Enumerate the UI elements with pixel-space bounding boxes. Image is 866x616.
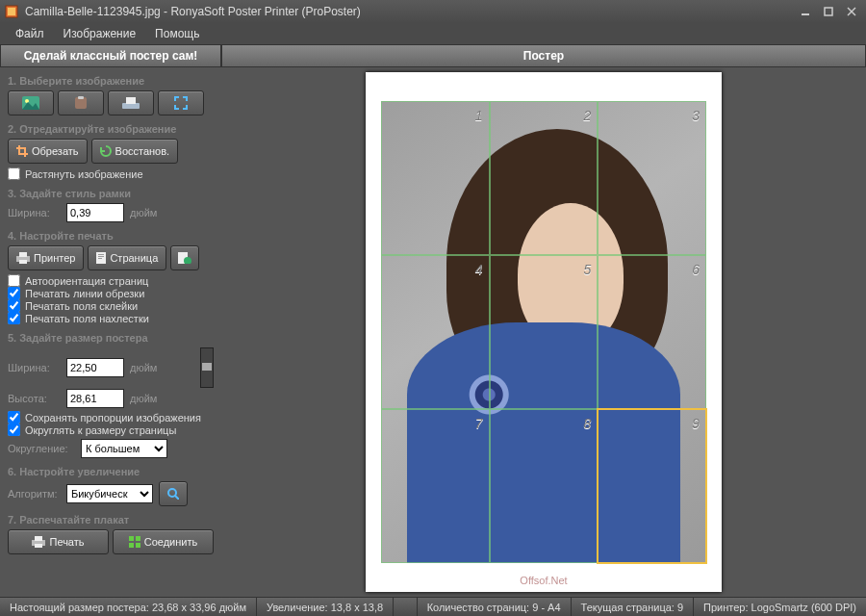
svg-rect-11 (126, 97, 136, 104)
crop-label: Обрезать (32, 145, 79, 157)
round-page-input[interactable] (8, 424, 20, 436)
print-glue-label: Печатать поля склейки (25, 300, 138, 312)
crop-button[interactable]: Обрезать (8, 139, 88, 164)
stretch-checkbox[interactable]: Растянуть изображение (8, 167, 214, 180)
svg-rect-16 (98, 254, 104, 255)
menu-image[interactable]: Изображение (54, 24, 146, 43)
section-4-title: 4. Настройте печать (8, 230, 214, 242)
page-button[interactable]: Страница (88, 245, 166, 270)
poster-canvas[interactable]: 123456789 Offsof.Net (221, 67, 866, 597)
svg-rect-1 (8, 8, 15, 15)
grid-cell-number: 6 (692, 262, 700, 277)
grid-cell-2[interactable]: 2 (490, 101, 599, 255)
print-overlap-checkbox[interactable]: Печатать поля нахлестки (8, 312, 214, 324)
close-button[interactable] (841, 4, 862, 19)
watermark-text: Offsof.Net (520, 575, 567, 586)
paste-image-button[interactable] (58, 90, 104, 116)
grid-cell-8[interactable]: 8 (490, 409, 599, 563)
round-page-checkbox[interactable]: Округлять к размеру страницы (8, 424, 214, 436)
svg-rect-28 (129, 543, 134, 548)
keep-aspect-checkbox[interactable]: Сохранять пропорции изображения (8, 411, 214, 424)
keep-aspect-input[interactable] (8, 411, 20, 424)
section-7-title: 7. Распечатайте плакат (8, 514, 214, 526)
grid-cell-6[interactable]: 6 (598, 255, 706, 409)
grid-cell-number: 4 (475, 262, 483, 277)
section-6-title: 6. Настройте увеличение (8, 466, 214, 477)
fullscreen-button[interactable] (158, 90, 204, 116)
status-pages: Количество страниц: 9 - A4 (418, 598, 572, 616)
status-current-page: Текущая страница: 9 (572, 598, 694, 616)
restore-label: Восстанов. (115, 145, 170, 157)
grid-cell-9[interactable]: 9 (598, 409, 706, 563)
poster-width-input[interactable] (66, 358, 124, 377)
svg-rect-26 (129, 536, 134, 541)
printer-button[interactable]: Принтер (8, 245, 84, 270)
svg-rect-17 (98, 256, 104, 257)
print-overlap-input[interactable] (8, 312, 20, 324)
print-cut-input[interactable] (8, 287, 20, 299)
poster-height-label: Высота: (8, 393, 61, 404)
grid-cell-7[interactable]: 7 (381, 409, 490, 563)
grid-cell-5[interactable]: 5 (490, 255, 599, 409)
grid-cell-4[interactable]: 4 (381, 255, 490, 409)
maximize-button[interactable] (818, 4, 839, 19)
print-icon (32, 536, 45, 548)
join-label: Соединить (144, 536, 198, 548)
auto-orient-input[interactable] (8, 274, 20, 287)
auto-orient-label: Автоориентация страниц (25, 275, 148, 287)
open-image-button[interactable] (8, 90, 54, 116)
print-cut-checkbox[interactable]: Печатать линии обрезки (8, 287, 214, 299)
poster-preview: 123456789 Offsof.Net (366, 72, 722, 592)
print-button[interactable]: Печать (8, 529, 109, 554)
grid-cell-1[interactable]: 1 (381, 101, 490, 255)
page-label: Страница (110, 252, 158, 264)
join-button[interactable]: Соединить (113, 529, 214, 554)
status-printer: Принтер: LogoSmartz (600 DPI) (694, 598, 866, 616)
poster-height-unit: дюйм (130, 393, 157, 404)
print-glue-checkbox[interactable]: Печатать поля склейки (8, 299, 214, 312)
slider-thumb[interactable] (202, 363, 212, 371)
stretch-check-input[interactable] (8, 167, 20, 180)
status-real-size: Настоящий размер постера: 23,68 x 33,96 … (0, 598, 257, 616)
page-settings-button[interactable] (170, 245, 199, 270)
poster-height-input[interactable] (66, 389, 124, 408)
printer-label: Принтер (34, 252, 75, 264)
sidebar-header: Сделай классный постер сам! (0, 44, 221, 67)
grid-cell-number: 2 (584, 108, 592, 123)
border-width-label: Ширина: (8, 207, 61, 218)
grid-cell-number: 3 (692, 108, 700, 123)
poster-width-label: Ширина: (8, 362, 61, 373)
svg-rect-25 (35, 544, 42, 548)
stretch-label: Растянуть изображение (25, 168, 143, 180)
menu-help[interactable]: Помощь (145, 24, 209, 43)
menu-file[interactable]: Файл (6, 24, 54, 43)
scan-image-button[interactable] (108, 90, 154, 116)
grid-cell-3[interactable]: 3 (598, 101, 706, 255)
grid-cell-number: 1 (475, 108, 483, 123)
page-icon (96, 252, 106, 264)
rounding-label: Округление: (8, 443, 75, 454)
print-glue-input[interactable] (8, 299, 20, 312)
algorithm-select[interactable]: Бикубическ (66, 484, 153, 503)
preview-zoom-button[interactable] (159, 481, 188, 506)
svg-rect-18 (98, 258, 102, 259)
section-3-title: 3. Задайте стиль рамки (8, 188, 214, 199)
round-page-label: Округлять к размеру страницы (25, 424, 176, 436)
border-width-unit: дюйм (130, 207, 157, 218)
grid-cell-number: 9 (692, 416, 700, 431)
print-overlap-label: Печатать поля нахлестки (25, 313, 149, 324)
svg-rect-13 (19, 252, 27, 257)
border-width-input[interactable] (66, 203, 124, 222)
rounding-select[interactable]: К большем (81, 439, 167, 458)
restore-button[interactable]: Восстанов. (91, 139, 179, 164)
minimize-button[interactable] (795, 4, 816, 19)
size-slider[interactable] (200, 347, 214, 388)
svg-rect-24 (35, 536, 42, 541)
svg-rect-9 (78, 96, 84, 99)
crop-icon (16, 145, 28, 157)
algorithm-label: Алгоритм: (8, 488, 61, 500)
status-zoom: Увеличение: 13,8 x 13,8 (257, 598, 394, 616)
grid-cell-number: 8 (584, 416, 592, 431)
auto-orient-checkbox[interactable]: Автоориентация страниц (8, 274, 214, 287)
printer-icon (16, 252, 30, 264)
